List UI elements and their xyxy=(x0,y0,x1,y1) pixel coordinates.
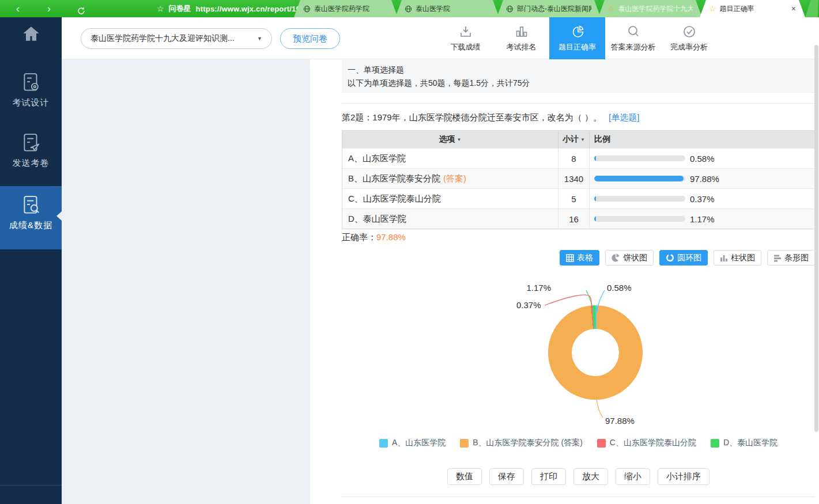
ratio-bar-fill xyxy=(594,176,684,181)
tab-label: 泰山医学院药学院 xyxy=(314,4,369,14)
legend-item-a[interactable]: A、山东医学院 xyxy=(379,438,446,448)
donut-chart-button[interactable]: 圆环图 xyxy=(659,250,708,266)
question-text: 第2题：1979年，山东医学院楼德分院迁至泰安市区，改名为（ ）。 xyxy=(342,112,602,122)
refresh-icon[interactable] xyxy=(74,2,89,16)
sidebar-item-home[interactable] xyxy=(0,25,62,43)
preview-survey-button[interactable]: 预览问卷 xyxy=(280,28,340,49)
tab-4[interactable]: ☆ 泰山医学院药学院十九大 xyxy=(598,0,702,17)
download-icon xyxy=(458,24,473,39)
header-option[interactable]: 选项 ▼ xyxy=(342,131,558,148)
table-row: C、山东医学院泰山分院 5 0.37% xyxy=(342,188,814,209)
column-chart-button[interactable]: 柱状图 xyxy=(714,250,761,266)
header-count[interactable]: 小计 ▼ xyxy=(558,131,590,148)
sidebar-item-label: 发送考卷 xyxy=(0,158,62,169)
table-view-button[interactable]: 表格 xyxy=(560,250,599,266)
options-table: 选项 ▼ 小计 ▼ 比例 A、山东医学院 8 0.58% xyxy=(342,130,815,229)
left-empty-panel xyxy=(62,59,310,504)
sidebar-item-exam-design[interactable]: 考试设计 xyxy=(0,72,62,108)
ratio-bar-track xyxy=(594,196,685,202)
app-header: 泰山医学院药学院十九大及迎评知识测... ▼ 预览问卷 下载成绩 考试排名 xyxy=(62,17,819,59)
legend-item-c[interactable]: C、山东医学院泰山分院 xyxy=(597,438,696,448)
tab-label: 泰山医学院药学院十九大 xyxy=(618,4,693,14)
question-type-link[interactable]: [单选题] xyxy=(609,112,639,122)
ratio-bar-fill xyxy=(594,156,596,161)
forward-icon[interactable]: › xyxy=(41,0,56,17)
count-cell: 1340 xyxy=(558,168,590,188)
tab-3[interactable]: 部门动态-泰山医院新闻网 xyxy=(497,0,601,17)
tool-label: 答案来源分析 xyxy=(611,42,656,52)
scrollbar-thumb[interactable] xyxy=(814,45,818,432)
leader-line-b xyxy=(597,399,603,418)
tool-answer-source-analysis[interactable]: 答案来源分析 xyxy=(605,17,661,59)
legend-item-d[interactable]: D、泰山医学院 xyxy=(711,438,778,448)
values-button[interactable]: 数值 xyxy=(447,468,482,485)
tab-2[interactable]: 泰山医学院 xyxy=(395,0,499,17)
legend-swatch-blue xyxy=(379,439,388,448)
sidebar: 考试设计 发送考卷 成绩&数据 xyxy=(0,17,62,504)
pie-label-b: 97.88% xyxy=(605,416,635,426)
chevron-down-icon: ▼ xyxy=(257,36,262,41)
screen: ‹ › ☆ 问卷星 https://www.wjx.cn/report/1902… xyxy=(0,0,819,504)
tab-5-active[interactable]: ☆ 题目正确率 × xyxy=(700,0,805,17)
star-icon: ☆ xyxy=(709,5,716,13)
sort-by-count-button[interactable]: 小计排序 xyxy=(658,468,709,485)
divider xyxy=(342,497,815,497)
sidebar-item-scores-data[interactable]: 成绩&数据 xyxy=(0,186,62,249)
tab-label: 部门动态-泰山医院新闻网 xyxy=(517,4,591,14)
globe-icon xyxy=(303,5,311,13)
home-icon xyxy=(21,25,41,43)
table-row: A、山东医学院 8 0.58% xyxy=(342,148,814,168)
divider xyxy=(342,103,815,104)
zoom-out-button[interactable]: 缩小 xyxy=(616,468,650,485)
chart-type-buttons: 表格 饼状图 圆环图 柱状图 xyxy=(560,250,815,266)
zoom-in-button[interactable]: 放大 xyxy=(573,468,608,485)
survey-select-value: 泰山医学院药学院十九大及迎评知识测... xyxy=(90,33,235,44)
ratio-bar-track xyxy=(594,176,685,181)
legend-item-b[interactable]: B、山东医学院泰安分院 (答案) xyxy=(460,438,583,448)
pie-chart-icon xyxy=(612,253,620,262)
tab-label: 题目正确率 xyxy=(720,4,754,14)
print-button[interactable]: 打印 xyxy=(531,468,566,485)
sidebar-item-send-exam[interactable]: 发送考卷 xyxy=(0,132,62,169)
pie-label-d: 1.17% xyxy=(518,283,551,293)
table-row: B、山东医学院泰安分院 (答案) 1340 97.88% xyxy=(342,168,814,188)
pie-chart-button[interactable]: 饼状图 xyxy=(605,250,654,266)
option-cell: A、山东医学院 xyxy=(342,148,558,168)
sort-icon[interactable]: ▼ xyxy=(580,137,585,142)
pie-label-a: 0.58% xyxy=(607,283,632,293)
save-button[interactable]: 保存 xyxy=(489,468,524,485)
pie-icon xyxy=(570,24,585,39)
sort-icon[interactable]: ▼ xyxy=(457,137,462,142)
question-line: 第2题：1979年，山东医学院楼德分院迁至泰安市区，改名为（ ）。 [单选题] xyxy=(342,112,639,123)
close-icon[interactable]: × xyxy=(791,4,796,13)
tool-completion-analysis[interactable]: 完成率分析 xyxy=(661,17,717,59)
ratio-bar-track xyxy=(594,216,685,222)
new-tab-button[interactable] xyxy=(805,0,818,17)
exam-design-icon xyxy=(21,72,41,94)
bar-chart-button[interactable]: 条形图 xyxy=(767,250,815,266)
ratio-cell: 0.37% xyxy=(590,188,816,209)
pie-label-c: 0.37% xyxy=(516,300,541,310)
bar-chart-icon xyxy=(773,254,782,262)
table-header-row: 选项 ▼ 小计 ▼ 比例 xyxy=(342,131,814,148)
option-cell: C、山东医学院泰山分院 xyxy=(342,188,558,209)
collapse-arrow-icon[interactable] xyxy=(56,211,62,221)
ratio-bar-track xyxy=(594,156,685,161)
scores-data-icon xyxy=(21,195,41,217)
globe-icon xyxy=(506,5,514,13)
favorite-star-icon[interactable]: ☆ xyxy=(157,4,164,13)
tool-label: 下载成绩 xyxy=(451,42,481,52)
survey-select[interactable]: 泰山医学院药学院十九大及迎评知识测... ▼ xyxy=(81,28,272,49)
browser-bar: ‹ › ☆ 问卷星 https://www.wjx.cn/report/1902… xyxy=(0,0,819,17)
ratio-value: 0.58% xyxy=(690,154,715,164)
tab-1[interactable]: 泰山医学院药学院 xyxy=(294,0,398,17)
tool-exam-ranking[interactable]: 考试排名 xyxy=(493,17,549,59)
tool-question-accuracy[interactable]: 题目正确率 xyxy=(549,17,605,59)
table-row: D、泰山医学院 16 1.17% xyxy=(342,209,814,229)
back-icon[interactable]: ‹ xyxy=(10,0,25,17)
tool-download-scores[interactable]: 下载成绩 xyxy=(437,17,493,59)
accuracy-value: 97.88% xyxy=(376,232,406,242)
ranking-icon xyxy=(514,24,529,39)
donut-chart-icon xyxy=(666,253,674,262)
section-header: 一、单项选择题 以下为单项选择题，共50题，每题1.5分，共计75分 xyxy=(342,59,815,93)
